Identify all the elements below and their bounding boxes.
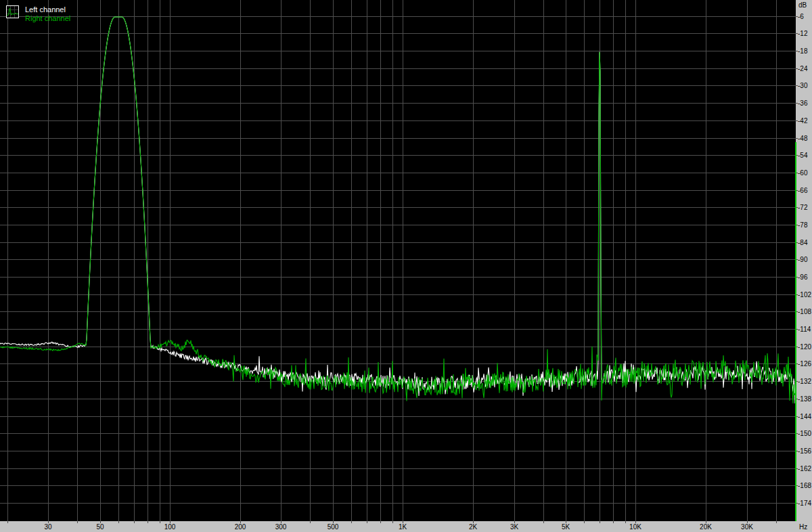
hz-tick-label: 50 xyxy=(88,523,112,531)
db-tick-label: -90 xyxy=(798,257,807,263)
db-tick-label: -42 xyxy=(798,118,807,125)
spectrum-chart xyxy=(0,0,796,521)
hz-tick xyxy=(776,521,777,523)
hz-tick-label: 30K xyxy=(735,523,759,531)
db-tick-label: -108 xyxy=(798,309,811,315)
hz-tick xyxy=(118,521,119,523)
db-tick-label: -18 xyxy=(798,48,807,55)
db-tick-label: -66 xyxy=(798,187,807,194)
hz-tick xyxy=(380,521,381,523)
plot-area: Left channel Right channel xyxy=(0,0,796,521)
hz-tick xyxy=(77,521,78,523)
hz-tick xyxy=(584,521,585,523)
spectrum-analyzer-window: Left channel Right channel dB -6-12-18-2… xyxy=(0,0,812,532)
db-tick-label: -72 xyxy=(798,204,807,211)
left-channel-trace xyxy=(0,17,796,403)
db-unit-label: dB xyxy=(798,1,807,9)
db-tick-label: -6 xyxy=(798,14,804,20)
db-tick-label: -174 xyxy=(798,500,811,507)
hz-tick xyxy=(351,521,352,523)
hz-tick-label: 20K xyxy=(694,523,718,531)
db-tick-label: -78 xyxy=(798,222,807,229)
hz-tick-label: 2K xyxy=(461,523,485,531)
db-tick-label: -150 xyxy=(798,430,811,437)
db-tick-label: -168 xyxy=(798,483,811,489)
db-tick-label: -162 xyxy=(798,466,811,472)
right-edge-marker xyxy=(795,142,796,521)
db-tick-label: -138 xyxy=(798,396,811,403)
hz-tick-label: 100 xyxy=(158,523,182,531)
hz-tick xyxy=(134,521,135,523)
grid-lines xyxy=(0,0,796,521)
hz-tick-label: 1K xyxy=(390,523,415,531)
db-tick-label: -96 xyxy=(798,274,807,281)
hz-axis-strip: Hz 30501002003005001K2K3K5K10K20K30K xyxy=(0,521,812,532)
db-tick-label: -30 xyxy=(798,83,807,89)
hz-tick xyxy=(310,521,311,523)
db-tick-label: -132 xyxy=(798,378,811,385)
db-tick-label: -54 xyxy=(798,152,807,159)
legend: Left channel Right channel xyxy=(6,5,70,23)
right-channel-trace xyxy=(0,17,796,403)
db-tick-label: -48 xyxy=(798,135,807,142)
spectrum-mini-icon xyxy=(6,5,19,18)
hz-tick-label: 30 xyxy=(36,523,60,531)
db-tick-label: -12 xyxy=(798,30,807,37)
hz-tick-label: 300 xyxy=(269,523,293,531)
db-tick-label: -60 xyxy=(798,170,807,177)
hz-tick xyxy=(367,521,367,523)
hz-tick xyxy=(148,521,148,523)
legend-right-channel-label: Right channel xyxy=(25,14,70,23)
db-tick-label: -120 xyxy=(798,344,811,351)
db-tick-label: -24 xyxy=(798,66,807,72)
db-tick-label: -102 xyxy=(798,292,811,298)
db-tick-label: -156 xyxy=(798,448,811,455)
db-tick-label: -84 xyxy=(798,240,807,246)
hz-tick xyxy=(613,521,614,523)
hz-tick-label: 10K xyxy=(623,523,648,531)
hz-unit-label: Hz xyxy=(799,523,807,531)
hz-tick xyxy=(7,521,8,523)
hz-tick xyxy=(543,521,544,523)
hz-tick-label: 200 xyxy=(228,523,252,531)
db-tick-label: -126 xyxy=(798,361,811,368)
hz-tick-label: 5K xyxy=(554,523,578,531)
hz-tick-label: 500 xyxy=(321,523,345,531)
db-axis-strip: dB -6-12-18-24-30-36-42-48-54-60-66-72-7… xyxy=(796,0,812,521)
db-tick-label: -144 xyxy=(798,414,811,420)
db-tick-label: -114 xyxy=(798,326,811,333)
hz-tick-label: 3K xyxy=(502,523,526,531)
legend-left-channel-label: Left channel xyxy=(25,5,70,14)
db-tick-label: -36 xyxy=(798,100,807,107)
hz-tick xyxy=(600,521,600,523)
